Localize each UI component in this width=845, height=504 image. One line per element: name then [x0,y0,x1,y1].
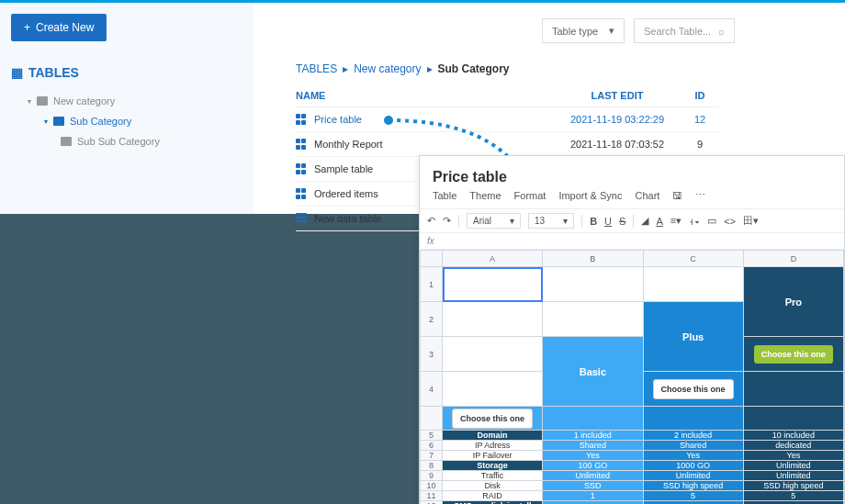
create-new-label: Create New [36,21,94,34]
feature-cat[interactable]: RAID [443,491,543,501]
table-type-select[interactable]: Table type ▾ [542,18,625,43]
tree-label: New category [53,95,115,106]
borders-icon[interactable]: 田▾ [743,214,759,228]
tree-item-active[interactable]: ▾ Sub Category [11,111,242,131]
grid-icon [296,139,307,150]
bold-icon[interactable]: B [590,216,597,227]
row-name: Sample table [314,163,373,174]
row-name: New data table [314,213,381,224]
grid-icon [296,114,307,125]
menu-table[interactable]: Table [433,190,456,201]
col-last-edit[interactable]: LAST EDIT [553,90,682,101]
sheet-title-text: Price table [433,169,507,185]
cell-selected[interactable] [443,267,543,302]
choose-plus-button[interactable]: Choose this one [653,379,734,399]
font-size-select[interactable]: 13▾ [528,213,574,229]
fill-color-icon[interactable]: ◢ [641,215,648,227]
row-edit: 2021-11-19 03:22:29 [553,114,682,125]
feature-cat[interactable]: IP Adress [443,441,543,451]
code-icon[interactable]: <> [724,216,736,227]
redo-icon[interactable]: ↷ [443,215,451,227]
breadcrumb-root[interactable]: TABLES [296,62,337,75]
chevron-down-icon: ▾ [28,97,31,106]
row-name: Ordered items [314,188,378,199]
row-edit: 2021-11-18 07:03:52 [553,139,682,150]
tables-icon: ▦ [11,65,23,80]
chevron-right-icon: ▸ [343,62,348,75]
row-id: 9 [682,139,718,150]
choose-basic-button[interactable]: Choose this one [452,409,533,429]
row-id: 12 [682,114,718,125]
plus-icon: + [24,21,30,34]
breadcrumb-item[interactable]: New category [354,62,421,75]
feature-cat[interactable]: CMS on click install [443,501,543,505]
feature-cat[interactable]: IP Failover [443,451,543,461]
feature-cat[interactable]: Disk [443,481,543,491]
folder-icon [53,117,64,126]
more-icon[interactable]: ⋯ [695,189,705,201]
list-header: NAME LAST EDIT ID [296,84,718,107]
plan-plus: Plus [682,331,704,342]
background-panel [0,214,419,504]
tree-item[interactable]: Sub Sub Category [11,131,242,151]
feature-cat[interactable]: Domain [443,431,543,441]
search-icon: ⌕ [718,26,725,37]
grid-icon [296,188,307,199]
choose-pro-button[interactable]: Choose this one [754,345,833,364]
col-header[interactable]: C [643,251,743,267]
col-id[interactable]: ID [682,90,718,101]
chevron-down-icon: ▾ [44,118,48,126]
strike-icon[interactable]: S [619,216,625,227]
tables-header-label: TABLES [28,65,79,80]
align-icon[interactable]: ≡▾ [670,215,682,227]
search-placeholder: Search Table... [644,26,711,37]
search-input[interactable]: Search Table... ⌕ [634,18,735,43]
category-tree: ▾ New category ▾ Sub Category Sub Sub Ca… [11,91,242,151]
table-row[interactable]: Price table 2021-11-19 03:22:29 12 [296,107,718,132]
row-name: Monthly Report [314,139,383,150]
sidebar: + Create New ▦ TABLES ▾ New category ▾ S… [0,3,254,214]
plan-basic: Basic [580,366,606,377]
spreadsheet-panel: Price table Table Theme Format Import & … [419,155,845,504]
tables-header: ▦ TABLES [11,65,242,80]
menu-chart[interactable]: Chart [635,190,659,201]
menu-theme[interactable]: Theme [469,190,501,201]
grid-icon [296,163,307,174]
table-row[interactable]: Monthly Report 2021-11-18 07:03:52 9 [296,132,718,157]
select-label: Table type [552,26,598,37]
plan-pro: Pro [785,297,802,308]
corner-cell[interactable] [421,251,443,267]
merge-icon[interactable]: ▭ [707,215,716,227]
sheet-title: Price table [420,156,844,189]
folder-icon [37,96,48,106]
menu-import-sync[interactable]: Import & Sync [558,190,622,201]
tree-label: Sub Sub Category [77,136,160,147]
col-name[interactable]: NAME [296,90,553,101]
text-color-icon[interactable]: A [656,216,662,227]
bars-icon [296,213,307,224]
menu-format[interactable]: Format [514,190,546,201]
sheet-menu: Table Theme Format Import & Sync Chart 🖫… [420,189,844,208]
undo-icon[interactable]: ↶ [427,215,435,227]
create-new-button[interactable]: + Create New [11,14,107,41]
folder-icon [61,137,72,146]
tree-label: Sub Category [70,116,131,127]
col-header[interactable]: B [543,251,643,267]
font-select[interactable]: Arial▾ [467,213,521,229]
chevron-down-icon: ▾ [609,25,614,37]
save-icon[interactable]: 🖫 [672,190,682,201]
formula-bar[interactable]: fx [420,233,844,250]
breadcrumb: TABLES ▸ New category ▸ Sub Category [296,62,718,75]
tree-item[interactable]: ▾ New category [11,91,242,111]
fx-icon: fx [427,236,434,246]
feature-cat[interactable]: Traffic [443,471,543,481]
row-name: Price table [314,114,362,125]
col-header[interactable]: A [443,251,543,267]
col-header[interactable]: D [743,251,843,267]
feature-cat[interactable]: Storage [443,461,543,471]
breadcrumb-current: Sub Category [438,62,510,75]
underline-icon[interactable]: U [604,216,612,227]
sheet-toolbar: ↶ ↷ Arial▾ 13▾ B U S ◢ A ≡▾ ⫞▾ ▭ <> 田▾ [420,208,844,233]
valign-icon[interactable]: ⫞▾ [689,216,700,227]
spreadsheet-grid[interactable]: A B C D 1Pro 2Plus 3BasicChoose this one… [420,250,844,504]
